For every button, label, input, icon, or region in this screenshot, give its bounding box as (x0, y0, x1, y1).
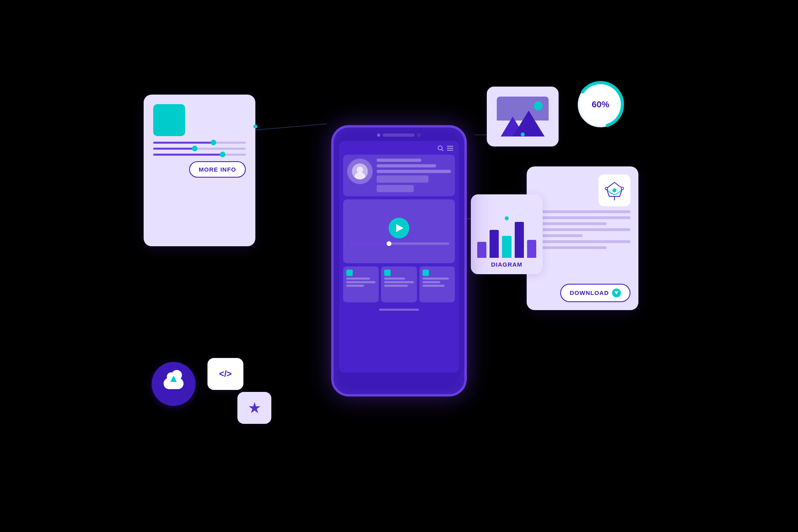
svg-rect-4 (447, 150, 453, 150)
card-icon-3 (423, 269, 429, 276)
connector-dot-2 (521, 133, 525, 136)
card-image-placeholder (153, 104, 185, 136)
slider-3[interactable] (153, 154, 246, 156)
download-card-lines (535, 210, 630, 277)
connector-dot-3 (505, 216, 509, 220)
slider-2[interactable] (153, 148, 246, 150)
arrow-down-icon (614, 291, 618, 295)
phone-card-2 (381, 266, 417, 302)
phone-card-1 (343, 266, 379, 302)
bar-5 (527, 240, 536, 258)
phone-mockup (331, 125, 467, 396)
code-text: </> (219, 369, 232, 379)
mountain-right-icon (513, 111, 545, 136)
card-line-8 (423, 281, 440, 283)
phone-video-section (343, 199, 455, 263)
card-line-7 (423, 277, 449, 279)
slider-1[interactable] (153, 142, 246, 144)
phone-avatar (347, 158, 373, 184)
profile-line-2 (377, 164, 436, 167)
svg-point-10 (605, 187, 608, 190)
profile-action-btn[interactable] (377, 175, 429, 182)
video-progress-thumb[interactable] (387, 241, 391, 246)
phone-screen (339, 141, 459, 372)
slider-thumb-1[interactable] (211, 140, 216, 145)
card-line-1 (346, 277, 370, 279)
menu-icon (447, 145, 453, 151)
more-info-button[interactable]: MORE INFO (189, 161, 246, 178)
diagram-label: DIAGRAM (477, 261, 536, 268)
phone-profile-info (377, 158, 451, 192)
dl-line-2 (535, 216, 630, 219)
sun-icon (534, 101, 543, 110)
card-line-4 (384, 277, 405, 279)
dl-line-3 (535, 222, 606, 225)
card-line-2 (346, 281, 375, 283)
card-line-9 (423, 285, 444, 287)
main-scene: MORE INFO </> ★ (120, 47, 678, 486)
phone-dot-1 (377, 133, 380, 136)
download-button[interactable]: DOWNLOAD (560, 284, 630, 302)
connector-line-1 (255, 123, 327, 131)
svg-point-11 (621, 187, 624, 190)
play-button[interactable] (389, 218, 409, 238)
star-badge: ★ (237, 392, 271, 424)
phone-profile-section (343, 154, 455, 196)
percent-badge: 60% (575, 79, 626, 131)
code-badge: </> (207, 358, 243, 390)
image-placeholder (497, 97, 549, 136)
download-card: DOWNLOAD (527, 166, 638, 310)
cloud-upload-button[interactable] (152, 362, 196, 406)
profile-line-3 (377, 170, 451, 173)
card-line-5 (384, 281, 413, 283)
download-card-header (535, 174, 630, 206)
slider-thumb-2[interactable] (192, 146, 198, 151)
bar-3 (502, 236, 511, 258)
phone-topbar (343, 145, 455, 151)
connector-dot-1 (253, 125, 257, 129)
upload-arrow-icon (170, 376, 177, 382)
pen-nib-icon (604, 180, 624, 200)
diagram-card: DIAGRAM (471, 194, 543, 274)
dl-line-7 (535, 246, 606, 249)
video-progress-bar[interactable] (349, 242, 449, 245)
phone-home-area (343, 309, 455, 310)
phone-bottom-cards (343, 266, 455, 302)
profile-line-1 (377, 158, 421, 162)
cloud-icon (162, 374, 186, 394)
card-icon-1 (346, 269, 353, 276)
slider-fill-3 (153, 154, 223, 156)
svg-point-9 (612, 188, 616, 192)
svg-rect-3 (447, 148, 453, 148)
profile-action-btn-2[interactable] (377, 185, 414, 192)
bar-4 (515, 222, 524, 258)
slider-fill-2 (153, 148, 195, 150)
card-line-6 (384, 285, 408, 287)
search-icon (437, 145, 444, 151)
bar-2 (490, 230, 499, 258)
phone-speaker (383, 133, 415, 136)
phone-camera (417, 133, 421, 137)
avatar-person (352, 163, 368, 179)
play-triangle-icon (396, 224, 403, 232)
dl-line-1 (535, 210, 630, 213)
slider-thumb-3[interactable] (220, 152, 225, 157)
settings-card: MORE INFO (144, 95, 255, 246)
card-line-3 (346, 285, 364, 287)
phone-notch (334, 127, 464, 137)
download-btn-row: DOWNLOAD (535, 284, 630, 302)
dl-line-4 (535, 228, 630, 231)
slider-fill-1 (153, 142, 213, 144)
phone-home-bar (379, 309, 419, 310)
download-arrow-icon (612, 289, 621, 297)
svg-line-1 (442, 149, 443, 151)
star-icon: ★ (248, 399, 261, 417)
phone-card-3 (419, 266, 455, 302)
diagram-bars (477, 218, 536, 258)
svg-rect-2 (447, 146, 453, 146)
image-card (487, 87, 559, 146)
percent-text: 60% (592, 99, 609, 110)
video-progress-fill (349, 242, 389, 245)
bar-1 (477, 242, 486, 258)
dl-line-6 (535, 240, 630, 243)
